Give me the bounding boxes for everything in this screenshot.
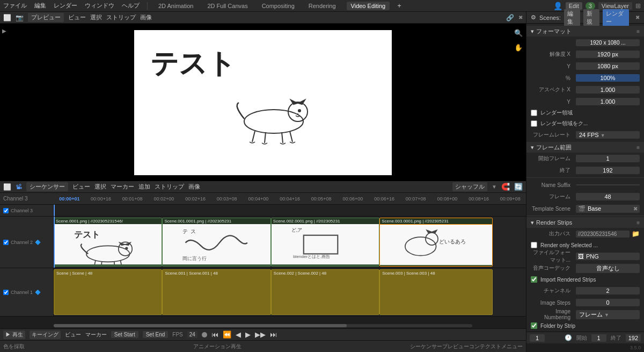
channel-2-content[interactable]: Scene.0001.png | //202305231546/ テスト xyxy=(54,217,526,268)
strip-ch1-1[interactable]: Scene | Scene | 48 xyxy=(54,269,162,315)
preview-close-icon[interactable]: ✖ xyxy=(518,15,523,20)
aspect-x-value[interactable]: 1.000 xyxy=(576,86,640,94)
channel-1-content[interactable]: Scene | Scene | 48 Scene.001 | Scene.001… xyxy=(54,268,526,316)
preview-zoom-icon[interactable]: 🔍 xyxy=(513,28,524,38)
template-scene-value[interactable]: 🎬 Base ✖ xyxy=(576,205,640,213)
image-numbering-row: Image Numbering フレーム ▼ xyxy=(526,308,644,320)
render-strips-header[interactable]: ▾ Render Strips ≡ xyxy=(526,217,644,228)
menu-window[interactable]: ウィンドウ xyxy=(85,2,114,10)
tab-compositing[interactable]: Compositing xyxy=(259,2,298,10)
framerate-value[interactable]: 24 FPS ▼ xyxy=(576,131,640,139)
add-tab-button[interactable]: + xyxy=(397,2,401,10)
channel-1-toggle[interactable] xyxy=(3,290,9,295)
audio-codec-value[interactable]: 音声なし xyxy=(576,264,640,273)
aspect-y-value[interactable]: 1.000 xyxy=(576,98,640,105)
strip-ch2-1[interactable]: Scene.0001.png | //202305231546/ テスト xyxy=(54,218,162,267)
seq-menu-view[interactable]: ビュー xyxy=(72,183,90,191)
strip-ch2-4[interactable]: Scene.003.0001.png | //202305231 xyxy=(379,218,493,267)
render-only-selected-checkbox[interactable] xyxy=(531,242,537,248)
frame-prop-value[interactable]: 48 xyxy=(576,193,640,200)
menu-edit[interactable]: 編集 xyxy=(34,2,46,10)
seq-scrollbar-inner[interactable] xyxy=(54,324,472,327)
shuffle-button[interactable]: シャッフル xyxy=(452,182,487,191)
strip-ch1-3[interactable]: Scene.002 | Scene.002 | 48 xyxy=(271,269,379,315)
transport-begin[interactable]: ⏮ xyxy=(211,331,218,339)
preview-menu-strip[interactable]: ストリップ xyxy=(106,13,136,21)
seq-menu-marker[interactable]: マーカー xyxy=(111,183,134,191)
end-frame-value[interactable]: 192 xyxy=(576,167,640,174)
preview-menu-select[interactable]: 選択 xyxy=(90,13,102,21)
folder-by-strip-checkbox[interactable] xyxy=(531,322,537,329)
channel-value[interactable]: 2 xyxy=(576,287,640,294)
preview-link-icon[interactable]: 🔗 xyxy=(506,14,514,21)
image-steps-value[interactable]: 0 xyxy=(576,299,640,306)
marker-dropdown[interactable]: マーカー xyxy=(85,331,107,339)
seq-sync-icon[interactable]: 🔄 xyxy=(514,183,523,191)
resolution-pct-value[interactable]: 100% xyxy=(576,74,640,82)
tab-rendering[interactable]: Rendering xyxy=(305,2,339,10)
tab-video-editing[interactable]: Video Editing xyxy=(347,2,390,10)
channel-3-content[interactable] xyxy=(54,205,526,216)
menu-file[interactable]: ファイル xyxy=(3,2,27,10)
preview-sidebar-toggle[interactable]: ▶ xyxy=(2,28,6,34)
output-path-value[interactable]: //202305231546 xyxy=(576,231,630,238)
seq-snap-icon[interactable]: 🧲 xyxy=(501,183,510,191)
import-rendered-checkbox[interactable] xyxy=(531,276,537,283)
seq-scrollbar-thumb[interactable] xyxy=(54,324,347,327)
channel-2-toggle[interactable] xyxy=(3,240,9,245)
template-scene-clear[interactable]: ✖ xyxy=(633,206,638,212)
format-section-header[interactable]: ▾ フォーマット ≡ xyxy=(526,26,644,37)
image-numbering-value[interactable]: フレーム ▼ xyxy=(576,310,640,319)
render-region-checkbox[interactable] xyxy=(531,110,537,116)
record-dot[interactable] xyxy=(202,332,207,337)
view-layer-dropdown[interactable]: ViewLayer xyxy=(598,2,632,10)
resolution-y-value[interactable]: 1080 px xyxy=(576,62,640,70)
transport-play[interactable]: ▶ xyxy=(245,331,251,339)
seq-menu-strip[interactable]: ストリップ xyxy=(155,183,184,191)
transport-next-frame[interactable]: ▶▶ xyxy=(255,331,266,339)
preview-grab-icon[interactable]: ✋ xyxy=(513,42,524,53)
set-end-button[interactable]: Set End xyxy=(143,331,169,338)
seq-menu-image[interactable]: 画像 xyxy=(188,183,200,191)
set-start-button[interactable]: Set Start xyxy=(111,331,138,338)
menu-help[interactable]: ヘルプ xyxy=(122,2,140,10)
resolution-x-value[interactable]: 1920 px xyxy=(576,51,640,58)
preview-menu-view[interactable]: ビュー xyxy=(68,13,86,21)
start-frame-value[interactable]: 1 xyxy=(576,155,640,162)
tab-2d-full-canvas[interactable]: 2D Full Canvas xyxy=(204,2,251,10)
seq-scrollbar[interactable] xyxy=(0,323,526,328)
preview-menu-image[interactable]: 画像 xyxy=(140,13,152,21)
strip-ch1-4[interactable]: Scene.003 | Scene.003 | 48 xyxy=(379,269,493,315)
frame-range-options[interactable]: ≡ xyxy=(636,145,640,150)
tab-2d-animation[interactable]: 2D Animation xyxy=(155,2,196,10)
seq-menu-select[interactable]: 選択 xyxy=(94,183,106,191)
footer-end-value[interactable]: 192 xyxy=(626,334,641,342)
name-suffix-value[interactable] xyxy=(576,184,640,185)
maximize-icon[interactable]: ⊞ xyxy=(635,2,641,10)
footer-left-value[interactable]: 1 xyxy=(530,334,545,342)
strip-ch2-3[interactable]: Scene.002.0001.png | //202305231 ど,ア ble… xyxy=(271,218,379,267)
strip-ch2-2[interactable]: Scene.001.0001.png | //202305231 テ ス 岡に言… xyxy=(162,218,270,267)
format-options-icon[interactable]: ≡ xyxy=(636,28,640,34)
right-panel-close[interactable]: ✖ xyxy=(635,15,640,20)
transport-end[interactable]: ⏭ xyxy=(270,331,277,339)
seq-menu-add[interactable]: 追加 xyxy=(138,183,150,191)
output-path-folder-icon[interactable]: 📁 xyxy=(632,230,640,238)
frame-range-header[interactable]: ▾ フレーム範囲 ≡ xyxy=(526,142,644,153)
resolution-value[interactable]: 1920 x 1080 ... xyxy=(576,39,640,46)
footer-start-value[interactable]: 1 xyxy=(591,334,606,342)
strip-ch1-2[interactable]: Scene.001 | Scene.001 | 48 xyxy=(162,269,270,315)
render-strips-label: Render Strips xyxy=(536,219,572,226)
svg-text:ど,ア: ど,ア xyxy=(291,227,303,233)
render-strips-options[interactable]: ≡ xyxy=(636,220,640,226)
keying-dropdown[interactable]: キーイング xyxy=(30,331,61,339)
transport-prev-frame[interactable]: ◀ xyxy=(236,331,241,339)
playback-dropdown[interactable]: ▶ 再生 xyxy=(3,331,25,339)
view-dropdown[interactable]: ビュー xyxy=(65,331,81,339)
channel-3-toggle[interactable] xyxy=(3,208,9,213)
transport-prev-key[interactable]: ⏪ xyxy=(223,331,231,339)
crop-region-checkbox[interactable] xyxy=(531,120,537,127)
file-format-value[interactable]: 🖼 PNG xyxy=(576,253,640,260)
shuffle-dropdown[interactable]: ▼ xyxy=(492,184,497,190)
menu-render[interactable]: レンダー xyxy=(54,2,77,10)
